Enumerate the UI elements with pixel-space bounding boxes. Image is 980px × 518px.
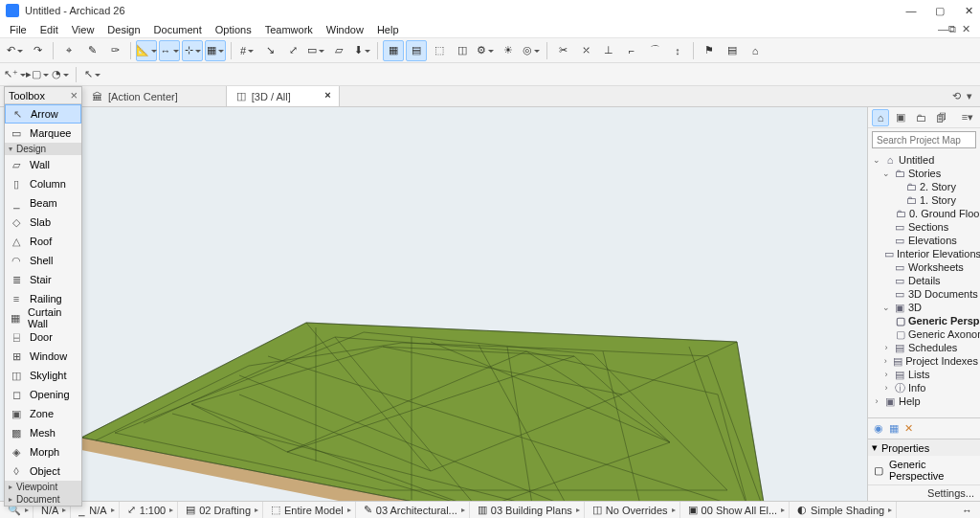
tool-beam[interactable]: ⎯Beam: [5, 193, 81, 213]
measure-button[interactable]: ⤢: [282, 40, 303, 61]
menu-view[interactable]: View: [66, 23, 100, 36]
toolbox-palette[interactable]: Toolbox × ↖Arrow▭MarqueeDesign▱Wall▯Colu…: [4, 86, 82, 507]
marquee-button[interactable]: ▭: [305, 40, 326, 61]
fillet-button[interactable]: ⌒: [644, 40, 665, 61]
camera-button[interactable]: ⚙: [475, 40, 496, 61]
maximize-button[interactable]: ▢: [934, 5, 946, 17]
tool-door[interactable]: ⌸Door: [5, 327, 81, 347]
delete-icon[interactable]: ✕: [904, 422, 913, 435]
tree-node[interactable]: ›▣Help: [870, 394, 980, 408]
tool-opening[interactable]: ◻Opening: [5, 385, 81, 404]
tree-node[interactable]: 🗀0. Ground Floor: [870, 207, 980, 220]
nav-grid-icon[interactable]: ▦: [889, 422, 899, 435]
sun-button[interactable]: ☀: [498, 40, 519, 61]
toolbox-close-icon[interactable]: ×: [70, 88, 78, 102]
toolbox-section-document[interactable]: Document: [5, 493, 81, 506]
settings-button[interactable]: Settings...: [868, 484, 980, 501]
tree-node[interactable]: ›▤Schedules: [870, 341, 980, 354]
menu-options[interactable]: Options: [210, 23, 257, 36]
tool-arrow[interactable]: ↖Arrow: [5, 104, 81, 124]
tree-node[interactable]: ⌄⌂Untitled: [870, 153, 980, 167]
twisty-icon[interactable]: ›: [881, 356, 890, 366]
status-model[interactable]: Entire Model: [284, 505, 344, 516]
menu-document[interactable]: Document: [148, 23, 208, 36]
project-map-tree[interactable]: ⌄⌂Untitled⌄🗀Stories🗀2. Story🗀1. Story🗀0.…: [868, 151, 980, 417]
menu-file[interactable]: File: [4, 23, 33, 36]
twisty-icon[interactable]: ›: [872, 396, 881, 406]
toolbox-section-design[interactable]: Design: [5, 143, 81, 155]
navigator-button[interactable]: ⌂: [745, 40, 766, 61]
link-views-icon[interactable]: ⟲: [952, 90, 961, 102]
restore-down-icon[interactable]: —⧉: [938, 23, 956, 35]
layout-book-tab[interactable]: 🗀: [912, 109, 929, 126]
minimize-button[interactable]: —: [905, 5, 917, 17]
tool-roof[interactable]: △Roof: [5, 232, 81, 251]
trim-button[interactable]: ✂: [552, 40, 573, 61]
pick-button[interactable]: ⌖: [58, 40, 79, 61]
tree-node[interactable]: ⌄🗀Stories: [870, 167, 980, 180]
search-project-map-input[interactable]: [872, 131, 976, 148]
tool-marquee[interactable]: ▭Marquee: [5, 124, 81, 143]
twisty-icon[interactable]: ›: [881, 370, 891, 379]
close-button[interactable]: ✕: [963, 5, 974, 17]
ruler-button[interactable]: ↘: [259, 40, 280, 61]
twisty-icon[interactable]: ›: [881, 383, 891, 393]
tree-node[interactable]: ▭3D Documents: [870, 287, 980, 301]
syringe-button[interactable]: ✑: [104, 40, 125, 61]
tool-column[interactable]: ▯Column: [5, 174, 81, 193]
gravity-button[interactable]: ⬇: [351, 40, 372, 61]
menu-teamwork[interactable]: Teamwork: [259, 23, 319, 36]
menu-help[interactable]: Help: [371, 23, 405, 36]
menu-edit[interactable]: Edit: [34, 23, 64, 36]
tool-skylight[interactable]: ◫Skylight: [5, 366, 81, 385]
snap-ortho-button[interactable]: 📐: [136, 40, 157, 61]
twisty-icon[interactable]: ⌄: [881, 169, 891, 178]
tree-node[interactable]: ▭Interior Elevations: [870, 247, 980, 260]
tab-3d-all[interactable]: ◫ [3D / All] ×: [227, 86, 340, 106]
tool-mesh[interactable]: ▩Mesh: [5, 423, 81, 442]
arrow-mode-button[interactable]: ↖⁺: [4, 65, 25, 84]
snap-guide-button[interactable]: ↔: [159, 40, 180, 61]
publisher-tab[interactable]: 🗐: [932, 109, 949, 126]
status-override[interactable]: No Overrides: [606, 505, 668, 516]
grid-button[interactable]: #: [236, 40, 257, 61]
tree-node[interactable]: ▢Generic Axonometry: [870, 327, 980, 341]
tree-node[interactable]: ▭Sections: [870, 220, 980, 234]
split-button[interactable]: ⤫: [575, 40, 596, 61]
undo-button[interactable]: ↶: [4, 40, 25, 61]
select-mode-button[interactable]: ▸▢: [27, 65, 48, 84]
cutplane-button[interactable]: ▤: [406, 40, 427, 61]
window-close-aux-icon[interactable]: ✕: [962, 23, 970, 35]
twisty-icon[interactable]: ⌄: [872, 155, 881, 165]
edit-plane-button[interactable]: ▱: [328, 40, 349, 61]
cursor-button[interactable]: ↖: [81, 65, 102, 84]
new-view-icon[interactable]: ◉: [874, 422, 883, 435]
tree-node[interactable]: ›▤Project Indexes: [870, 354, 980, 368]
3d-window-button[interactable]: ⬚: [429, 40, 450, 61]
tree-node[interactable]: ▭Worksheets: [870, 260, 980, 274]
menu-design[interactable]: Design: [101, 23, 145, 36]
snap-point-button[interactable]: ⊹: [182, 40, 203, 61]
tree-node[interactable]: 🗀2. Story: [870, 180, 980, 193]
status-shading[interactable]: Simple Shading: [811, 505, 884, 516]
tool-shell[interactable]: ◠Shell: [5, 251, 81, 270]
quick-select-button[interactable]: ◔: [50, 65, 71, 84]
tree-node[interactable]: ▭Details: [870, 274, 980, 287]
status-plans[interactable]: 03 Architectural...: [376, 505, 457, 516]
tab-overflow-icon[interactable]: ▾: [967, 90, 972, 102]
redo-button[interactable]: ↷: [27, 40, 48, 61]
3d-viewport[interactable]: [0, 107, 867, 501]
tree-node[interactable]: ▭Elevations: [870, 234, 980, 247]
flag-button[interactable]: ⚑: [699, 40, 720, 61]
intersect-button[interactable]: ⌐: [621, 40, 642, 61]
layers-button[interactable]: ▤: [722, 40, 743, 61]
render-button[interactable]: ◎: [521, 40, 542, 61]
tool-stair[interactable]: ≣Stair: [5, 270, 81, 289]
tab-close-icon[interactable]: ×: [324, 89, 330, 101]
toolbox-section-viewpoint[interactable]: Viewpoint: [5, 481, 81, 493]
tree-node[interactable]: ▢Generic Perspective: [870, 314, 980, 327]
snap-grid-button[interactable]: ▦: [205, 40, 226, 61]
tool-window[interactable]: ⊞Window: [5, 347, 81, 366]
tree-node[interactable]: 🗀1. Story: [870, 193, 980, 207]
show-sel-button[interactable]: ▦: [383, 40, 404, 61]
